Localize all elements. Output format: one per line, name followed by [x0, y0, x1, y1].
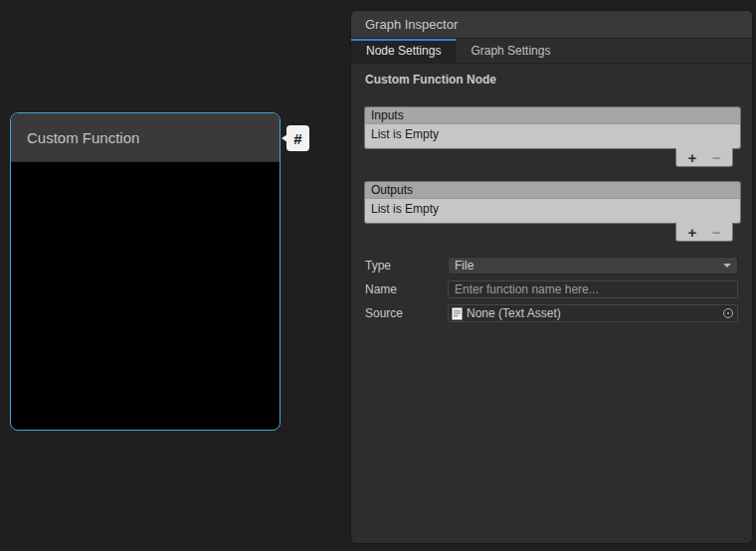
function-name-input[interactable]: [448, 280, 738, 298]
source-object-field[interactable]: None (Text Asset): [448, 304, 738, 322]
section-title: Custom Function Node: [365, 73, 740, 87]
inputs-empty-row: List is Empty: [364, 123, 741, 149]
type-dropdown[interactable]: File: [448, 257, 738, 275]
node-title-bar[interactable]: Custom Function: [11, 113, 280, 162]
custom-function-node[interactable]: Custom Function: [10, 112, 281, 431]
chevron-down-icon: [723, 264, 731, 268]
outputs-list: Outputs List is Empty + −: [364, 181, 741, 244]
inputs-remove-button[interactable]: −: [708, 150, 725, 165]
outputs-remove-button[interactable]: −: [708, 225, 725, 240]
inputs-list-footer: + −: [675, 148, 733, 167]
inputs-list-header[interactable]: Inputs: [364, 106, 741, 123]
type-label: Type: [365, 259, 448, 273]
outputs-empty-row: List is Empty: [364, 198, 741, 224]
source-object-value: None (Text Asset): [463, 306, 719, 320]
panel-header: Graph Inspector: [351, 11, 752, 39]
outputs-list-footer: + −: [675, 223, 733, 242]
panel-title: Graph Inspector: [365, 17, 458, 32]
object-picker-icon[interactable]: [719, 305, 737, 321]
inputs-list: Inputs List is Empty + −: [364, 106, 741, 169]
tab-node-settings[interactable]: Node Settings: [351, 39, 456, 63]
text-asset-icon: [452, 307, 463, 320]
node-title: Custom Function: [27, 129, 139, 146]
inputs-add-button[interactable]: +: [683, 150, 700, 165]
inspector-tabbar: Node Settings Graph Settings: [351, 39, 752, 64]
hash-badge-icon[interactable]: #: [286, 125, 309, 151]
source-label: Source: [365, 306, 448, 320]
graph-inspector-panel: Graph Inspector Node Settings Graph Sett…: [350, 10, 753, 544]
outputs-add-button[interactable]: +: [683, 225, 700, 240]
outputs-list-header[interactable]: Outputs: [364, 181, 741, 198]
tab-graph-settings[interactable]: Graph Settings: [456, 39, 565, 63]
name-label: Name: [365, 282, 448, 296]
type-dropdown-value: File: [455, 259, 473, 273]
